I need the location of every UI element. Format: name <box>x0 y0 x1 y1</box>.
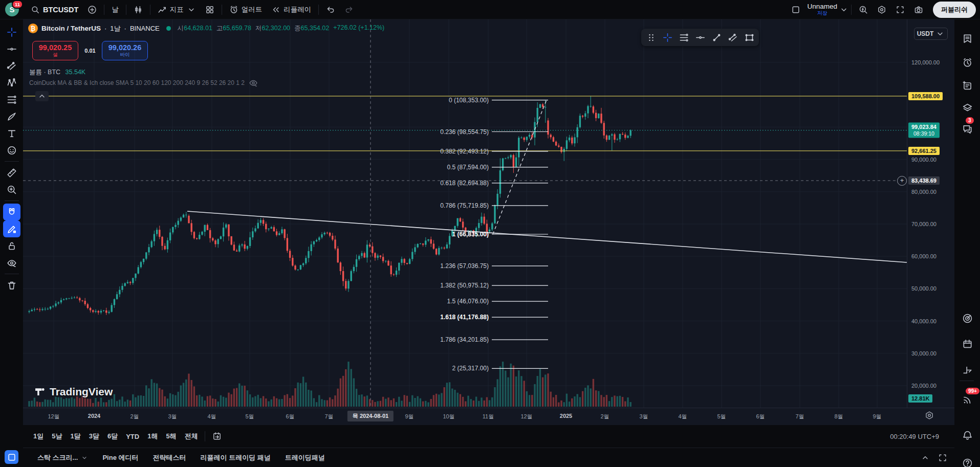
range-5해-button[interactable]: 5해 <box>162 430 180 443</box>
domfork-panel-button[interactable] <box>959 361 976 379</box>
time-tick-label: 5월 <box>245 413 254 420</box>
camera-icon <box>914 5 923 14</box>
indicators-button[interactable]: 지표 <box>153 2 201 17</box>
currency-selector[interactable]: USDT <box>914 28 948 40</box>
indicator-legend-row[interactable]: CoinDuck MA & BB & Ich close SMA 5 10 20… <box>29 78 258 87</box>
chart-settings-button[interactable] <box>873 2 891 17</box>
hline-tool-button[interactable] <box>3 40 20 57</box>
indicator-templates-button[interactable] <box>201 2 219 17</box>
range-5날-button[interactable]: 5날 <box>48 430 66 443</box>
toolbar-divider <box>126 5 126 15</box>
range-YTD-button[interactable]: YTD <box>122 431 143 442</box>
toolbar-divider <box>150 5 150 15</box>
help-panel-button[interactable] <box>959 454 976 467</box>
alarm-panel-button[interactable] <box>959 54 976 71</box>
eyeoff-tool-button[interactable] <box>3 254 20 271</box>
range-3달-button[interactable]: 3달 <box>85 430 103 443</box>
eye-hidden-icon[interactable] <box>249 78 258 87</box>
layout-name-button[interactable]: Unnamed 저장 <box>807 3 837 16</box>
symbol-row[interactable]: ₿ Bitcoin / TetherUS · 1날 · BINANCE 시64,… <box>28 24 384 33</box>
interval-button[interactable]: 날 <box>107 2 123 17</box>
panel-collapse-chevron-icon[interactable] <box>921 453 930 462</box>
price-line-badge: 83,438.69 <box>908 176 940 185</box>
ruler-tool-button[interactable] <box>3 164 20 181</box>
manage-layouts-button[interactable] <box>787 2 805 17</box>
floating-rect-button[interactable] <box>742 30 757 45</box>
time-axis[interactable]: 12월20242월3월4월5월6월7월9월10월11월12월20252월3월4월… <box>23 408 954 425</box>
user-avatar[interactable]: S 11 <box>5 3 19 16</box>
bell-panel-button[interactable] <box>959 427 976 444</box>
statusbar-item[interactable]: 전략테스터 <box>153 453 186 462</box>
crosshair-tool-button[interactable] <box>3 24 20 40</box>
clock-utc-label[interactable]: 00:20:49 UTC+9 <box>890 433 939 440</box>
legend-exchange[interactable]: BINANCE <box>130 25 160 32</box>
alert-button[interactable]: 얼러트 <box>225 2 267 17</box>
compare-add-symbol-button[interactable] <box>83 2 101 17</box>
layers-panel-button[interactable] <box>959 99 976 116</box>
editlock-icon <box>7 224 17 234</box>
calendar-panel-button[interactable] <box>959 335 976 352</box>
brush-tool-button[interactable] <box>3 108 20 125</box>
magnet-tool-button[interactable] <box>3 204 20 220</box>
xabcd-tool-button[interactable] <box>3 74 20 91</box>
axis-settings-icon[interactable] <box>925 411 934 420</box>
undo-button[interactable] <box>321 2 340 17</box>
screener-widget-icon[interactable] <box>5 450 18 464</box>
smiley-tool-button[interactable] <box>3 142 20 159</box>
fibtool-tool-button[interactable] <box>3 91 20 108</box>
statusbar-item[interactable]: 트레이딩패널 <box>285 453 325 462</box>
volume-legend-row[interactable]: 볼륨 · BTC 35.54K <box>29 68 85 77</box>
range-1일-button[interactable]: 1일 <box>29 430 48 443</box>
bookmarklist-panel-button[interactable] <box>959 30 976 47</box>
trash-tool-button[interactable] <box>3 277 20 294</box>
legend-interval[interactable]: 1날 <box>110 24 120 33</box>
chart-style-button[interactable] <box>129 2 147 17</box>
floating-hline-button[interactable] <box>692 30 708 45</box>
toolbar-divider <box>222 5 222 15</box>
channel-tool-button[interactable] <box>3 57 20 74</box>
editlock-tool-button[interactable] <box>3 220 20 237</box>
symbol-search-button[interactable]: BTCUSDT <box>26 2 83 17</box>
chevron-down-icon[interactable] <box>839 5 848 14</box>
range-1해-button[interactable]: 1해 <box>143 430 162 443</box>
sell-button[interactable]: 99,020.25 셀 <box>32 41 78 60</box>
symbol-title[interactable]: Bitcoin / TetherUS <box>41 25 101 32</box>
lockopen-tool-button[interactable] <box>3 237 20 254</box>
statusbar-item[interactable]: 스탁 스크리... <box>37 453 88 462</box>
range-toolbar: 1일5날1달3달6달YTD1해5해전체 00:20:49 UTC+9 <box>23 425 954 448</box>
range-전체-button[interactable]: 전체 <box>181 430 202 443</box>
floating-trendline-button[interactable] <box>709 30 724 45</box>
publish-button[interactable]: 퍼블리쉬 <box>933 2 976 18</box>
floating-crosshair-button[interactable] <box>660 30 675 45</box>
price-chart-canvas[interactable] <box>23 19 907 408</box>
quick-search-button[interactable] <box>854 2 873 17</box>
market-status-dot[interactable] <box>166 26 171 31</box>
zoomin-tool-button[interactable] <box>3 181 20 198</box>
statusbar-item[interactable]: 리플레이 트레이딩 패널 <box>201 453 271 462</box>
snapshot-button[interactable] <box>909 2 928 17</box>
go-to-date-button[interactable] <box>208 429 226 444</box>
maximize-panel-icon[interactable] <box>938 453 947 462</box>
replay-button[interactable]: 리플레이 <box>267 2 316 17</box>
statusbar-item[interactable]: Pine 에디터 <box>102 453 138 462</box>
floating-fibtool-button[interactable] <box>676 30 691 45</box>
redo-button[interactable] <box>340 2 358 17</box>
price-axis[interactable]: 120,000.00100,000.0090,000.0080,000.0070… <box>907 19 954 408</box>
buy-button[interactable]: 99,020.26 바이 <box>102 41 148 60</box>
fullscreen-button[interactable] <box>891 2 909 17</box>
floating-dragdots-button[interactable] <box>643 30 659 45</box>
range-6달-button[interactable]: 6달 <box>103 430 122 443</box>
range-1달-button[interactable]: 1달 <box>66 430 84 443</box>
crosshair-add-alert-button[interactable]: + <box>897 176 907 186</box>
fib-level-label: 0.5 (87,594.00) <box>386 164 489 171</box>
pane-collapse-button[interactable] <box>35 91 49 101</box>
notes-panel-button[interactable] <box>959 77 976 94</box>
chart-area[interactable]: ₿ Bitcoin / TetherUS · 1날 · BINANCE 시64,… <box>23 19 954 425</box>
fib-level-label: 0.786 (75,719.85) <box>386 202 489 209</box>
time-tick-label: 2월 <box>600 413 609 420</box>
ruler-icon <box>7 168 17 178</box>
floating-channel-button[interactable] <box>725 30 741 45</box>
text-tool-button[interactable] <box>3 125 20 142</box>
radar-panel-button[interactable] <box>959 309 976 327</box>
left-drawing-toolbar <box>0 19 23 467</box>
